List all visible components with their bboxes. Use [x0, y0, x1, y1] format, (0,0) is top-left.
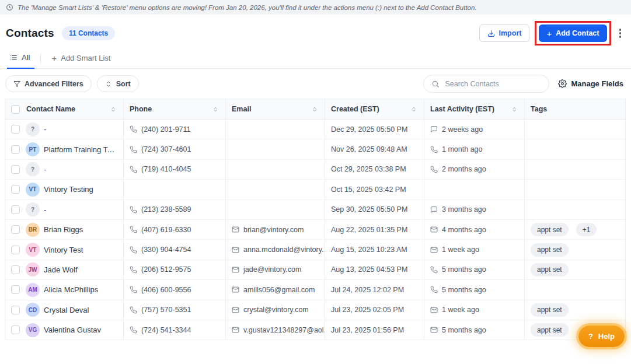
phone-icon [430, 286, 438, 293]
phone-cell: (719) 410-4045 [123, 160, 225, 179]
table-row[interactable]: CDCrystal Deval(757) 570-5351crystal@vin… [5, 300, 625, 320]
phone-cell: (757) 570-5351 [123, 300, 225, 320]
table-row[interactable]: JWJade Wolf(206) 512-9575jade@vintory.co… [5, 260, 625, 280]
table-row[interactable]: VTVintory TestingOct 15, 2025 03:42 PM [5, 180, 625, 200]
contact-name-cell: PTPlatform Training Test C... [5, 139, 123, 159]
column-header-created[interactable]: Created (EST) [331, 105, 379, 113]
contacts-count-badge: 11 Contacts [62, 26, 115, 40]
last-activity-cell: 5 months ago [424, 260, 524, 279]
contact-name[interactable]: Alicia McPhillips [44, 285, 98, 294]
table-row[interactable]: ?-(719) 410-4045Oct 29, 2025 03:38 PM2 m… [5, 160, 625, 180]
contact-name[interactable]: Vintory Testing [44, 185, 93, 194]
row-checkbox[interactable] [11, 326, 20, 334]
email-cell [225, 160, 325, 179]
row-checkbox[interactable] [11, 205, 20, 214]
created-cell: Aug 15, 2025 10:23 AM [325, 240, 424, 259]
table-row[interactable]: PTPlatform Training Test C...(724) 307-4… [5, 139, 625, 159]
created-cell: Dec 29, 2025 05:50 PM [325, 120, 424, 139]
phone-value: (240) 201-9711 [141, 125, 191, 134]
row-checkbox[interactable] [11, 125, 20, 134]
table-header: Contact Name Phone Email Created (EST) L… [5, 99, 625, 120]
column-header-phone[interactable]: Phone [130, 105, 152, 113]
manage-fields-button[interactable]: Manage Fields [558, 79, 623, 88]
phone-icon [130, 266, 137, 274]
avatar: VT [26, 183, 40, 197]
row-checkbox[interactable] [11, 246, 20, 254]
last-activity-cell: 1 week ago [424, 300, 524, 320]
avatar: CD [26, 303, 40, 317]
tab-all[interactable]: All [7, 52, 34, 69]
row-checkbox[interactable] [11, 285, 20, 294]
advanced-filters-button[interactable]: Advanced Filters [5, 75, 92, 92]
phone-value: (206) 512-9575 [141, 265, 191, 274]
row-checkbox[interactable] [11, 165, 20, 174]
column-sort-icon[interactable] [212, 106, 218, 113]
tag-badge[interactable]: +1 [576, 223, 597, 236]
row-checkbox[interactable] [11, 265, 20, 274]
contact-name[interactable]: - [44, 165, 46, 174]
row-checkbox[interactable] [11, 185, 20, 194]
table-row[interactable]: BRBrian Riggs(407) 619-6330brian@vintory… [5, 220, 625, 240]
table-row[interactable]: VTVintory Test(330) 904-4754anna.mcdonal… [5, 240, 625, 260]
contact-name[interactable]: Crystal Deval [44, 306, 89, 314]
mail-icon [430, 246, 438, 254]
highlight-annotation: + Add Contact [535, 21, 611, 46]
last-activity-value: 1 month ago [442, 145, 483, 153]
tags-cell: appt set+1 [524, 220, 625, 239]
contact-name-cell: ?- [5, 160, 123, 179]
email-value: anna.mcdonald@vintory.... [243, 246, 325, 254]
contact-name[interactable]: Brian Riggs [44, 225, 83, 234]
email-value: amills056@gmail.com [243, 286, 315, 294]
contact-name[interactable]: Platform Training Test C... [44, 145, 118, 154]
row-checkbox[interactable] [11, 306, 20, 314]
column-header-contact-name[interactable]: Contact Name [26, 105, 75, 113]
smart-list-tabs: All + Add Smart List [0, 49, 631, 69]
contact-name[interactable]: Jade Wolf [44, 265, 78, 274]
phone-value: (724) 307-4601 [141, 145, 191, 153]
row-checkbox[interactable] [11, 145, 20, 154]
email-value: jade@vintory.com [243, 265, 301, 274]
tags-cell [524, 280, 625, 299]
column-header-last-activity[interactable]: Last Activity (EST) [430, 105, 494, 113]
column-sort-icon[interactable] [511, 106, 517, 113]
row-checkbox[interactable] [11, 225, 20, 234]
import-button[interactable]: Import [479, 24, 530, 42]
avatar: ? [26, 123, 40, 136]
actions-kebab-menu[interactable] [616, 25, 625, 41]
contact-name[interactable]: Vintory Test [44, 246, 83, 254]
avatar: ? [26, 202, 40, 216]
plus-icon: + [51, 53, 57, 63]
sort-button[interactable]: Sort [97, 75, 139, 92]
column-sort-icon[interactable] [312, 106, 318, 113]
contact-name[interactable]: Valentina Gustav [44, 326, 101, 334]
table-row[interactable]: AMAlicia McPhillips(406) 600-9556amills0… [5, 280, 625, 300]
tag-badge[interactable]: appt set [531, 323, 569, 337]
add-contact-button[interactable]: + Add Contact [539, 24, 606, 42]
plus-icon: + [546, 29, 552, 38]
column-header-tags[interactable]: Tags [531, 105, 547, 113]
column-header-email[interactable]: Email [232, 105, 251, 113]
tab-add-smart-list[interactable]: + Add Smart List [49, 52, 115, 68]
table-row[interactable]: ?-(213) 238-5589Sep 30, 2025 05:50 PM3 m… [5, 200, 625, 220]
table-row[interactable]: ?-(240) 201-9711Dec 29, 2025 05:50 PM2 w… [5, 120, 625, 139]
phone-cell: (724) 541-3344 [123, 320, 225, 340]
email-cell [225, 120, 325, 139]
column-sort-icon[interactable] [411, 106, 417, 113]
add-contact-label: Add Contact [556, 29, 599, 37]
help-button[interactable]: ? Help [578, 326, 625, 347]
tags-cell [524, 120, 625, 139]
select-all-checkbox[interactable] [11, 105, 20, 114]
created-cell: Jul 23, 2025 01:56 PM [325, 320, 424, 340]
tag-badge[interactable]: appt set [531, 303, 569, 317]
contact-name[interactable]: - [44, 205, 46, 214]
created-value: Oct 29, 2025 03:38 PM [331, 165, 406, 173]
tags-cell: appt set [524, 240, 625, 259]
search-input[interactable] [445, 80, 541, 88]
contact-name[interactable]: - [44, 125, 46, 134]
column-sort-icon[interactable] [110, 106, 116, 113]
tag-badge[interactable]: appt set [531, 263, 569, 276]
avatar: AM [26, 283, 40, 297]
table-row[interactable]: VGValentina Gustav(724) 541-3344v.gustav… [5, 320, 625, 340]
tag-badge[interactable]: appt set [531, 223, 569, 236]
tag-badge[interactable]: appt set [531, 243, 569, 257]
